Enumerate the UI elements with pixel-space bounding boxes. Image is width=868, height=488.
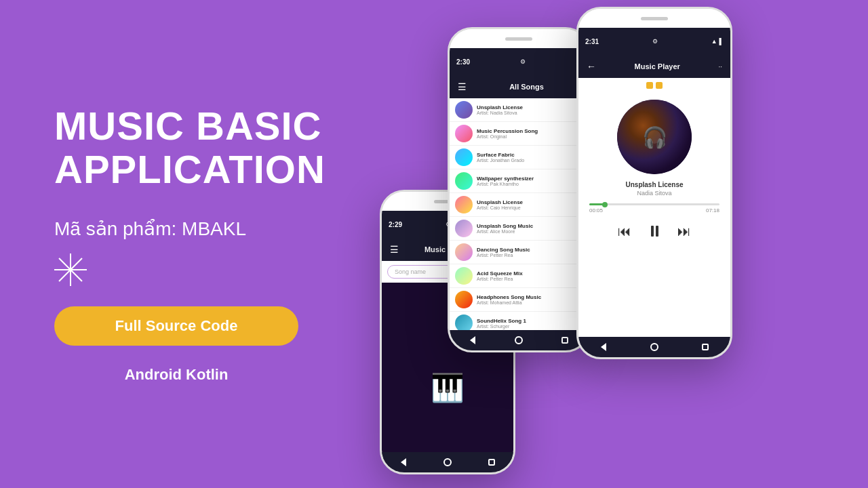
phone2-menu-icon[interactable]: ☰ <box>458 81 467 92</box>
song-artist-1: Artist: Nadia Sitova <box>477 110 583 115</box>
phone1-menu-icon[interactable]: ☰ <box>390 244 399 255</box>
phone2-home-btn[interactable] <box>513 335 524 346</box>
phone3-recent-btn[interactable] <box>700 342 711 352</box>
phone3-home-btn[interactable] <box>649 342 660 352</box>
song-name-7: Dancing Song Music <box>477 247 583 253</box>
phone1-recent-btn[interactable] <box>486 457 497 468</box>
song-info-6: Unsplash Song Music Artist: Alice Moore <box>477 223 583 234</box>
list-item[interactable]: Unsplash License Artist: Caio Henrique <box>450 193 588 217</box>
song-info-2: Music Percussion Song Artist: Original <box>477 128 583 139</box>
progress-dot <box>602 202 608 207</box>
full-source-code-button[interactable]: Full Source Code <box>54 306 298 346</box>
phone3-bottom-bar <box>578 337 730 357</box>
song-info-10: SoundHelix Song 1 Artist: Schurger <box>477 318 583 329</box>
phone3-controls: ⏮ ⏭ <box>578 220 730 242</box>
phone3-player-screen: Unsplash License Nadia Sitova 00:05 07:1… <box>578 78 730 356</box>
song-info-4: Wallpaper synthesizer Artist: Pak Khamth… <box>477 176 583 186</box>
song-name-4: Wallpaper synthesizer <box>477 176 583 182</box>
phone3-settings-icon: ⚙ <box>652 38 658 45</box>
pause-bar-2 <box>656 226 658 237</box>
pause-button[interactable] <box>644 220 665 242</box>
song-thumb-8 <box>455 267 473 285</box>
phone-2: 2:30 ⚙ ▲ ☰ All Songs Unsplash License Ar… <box>448 27 590 352</box>
sparkle-decoration <box>54 253 339 286</box>
phones-section: 2:29 ⚙ ▲ ▌ ☰ Music Basic Java Song name … <box>380 0 868 488</box>
song-thumb-4 <box>455 172 473 190</box>
list-item[interactable]: Dancing Song Music Artist: Petter Rea <box>450 241 588 264</box>
title-line1: MUSIC BASIC <box>54 104 321 148</box>
pause-icon <box>651 226 658 237</box>
song-artist-7: Artist: Petter Rea <box>477 253 583 258</box>
phone3-nav-bar: ← Music Player ·· <box>578 55 730 78</box>
progress-bar-bg <box>589 203 719 205</box>
phone2-nav-bar: ☰ All Songs <box>450 75 588 98</box>
song-name-10: SoundHelix Song 1 <box>477 318 583 324</box>
left-panel: MUSIC BASIC APPLICATION Mã sản phẩm: MBA… <box>0 64 380 425</box>
song-thumb-1 <box>455 101 473 119</box>
song-info-9: Headphones Song Music Artist: Mohamed At… <box>477 294 583 305</box>
indicator-2 <box>656 82 663 89</box>
list-item[interactable]: Unsplash License Artist: Nadia Sitova <box>450 98 588 122</box>
phone2-back-btn[interactable] <box>467 335 478 346</box>
total-time: 07:18 <box>706 207 719 214</box>
subtitle-label: Android Kotlin <box>54 366 298 384</box>
song-artist-4: Artist: Pak Khamtho <box>477 182 583 186</box>
pause-bar-1 <box>651 226 654 237</box>
phone3-progress[interactable]: 00:05 07:18 <box>589 203 719 214</box>
list-item[interactable]: Wallpaper synthesizer Artist: Pak Khamth… <box>450 169 588 193</box>
star-icon <box>54 253 87 286</box>
song-info-8: Acid Squeeze Mix Artist: Petter Rea <box>477 270 583 281</box>
phone1-home-btn[interactable] <box>442 457 453 468</box>
phone1-time: 2:29 <box>389 221 402 228</box>
phone3-signal-icon: ▌ <box>719 38 724 45</box>
song-thumb-9 <box>455 291 473 308</box>
phone3-status-icons: ▲ ▌ <box>711 38 724 45</box>
list-item[interactable]: Unsplash Song Music Artist: Alice Moore <box>450 217 588 241</box>
phone1-search-placeholder: Song name <box>395 268 426 275</box>
progress-times: 00:05 07:18 <box>589 207 719 214</box>
phone2-settings-icon: ⚙ <box>520 58 526 65</box>
song-artist-3: Artist: Jonathan Grado <box>477 158 583 163</box>
song-artist-10: Artist: Schurger <box>477 324 583 329</box>
phone3-status-bar: 2:31 ⚙ ▲ ▌ <box>578 28 730 55</box>
song-name-1: Unsplash License <box>477 104 583 110</box>
phone3-speaker <box>641 17 668 20</box>
list-item[interactable]: Surface Fabric Artist: Jonathan Grado <box>450 146 588 169</box>
song-info-5: Unsplash License Artist: Caio Henrique <box>477 199 583 210</box>
phone2-recent-btn[interactable] <box>559 335 570 346</box>
phone3-wifi-icon: ▲ <box>711 38 717 45</box>
phone3-song-title: Unsplash License <box>578 181 730 188</box>
phone3-time: 2:31 <box>585 38 599 45</box>
song-artist-9: Artist: Mohamed Attia <box>477 300 583 305</box>
current-time: 00:05 <box>589 207 603 214</box>
song-name-6: Unsplash Song Music <box>477 223 583 229</box>
song-artist-6: Artist: Alice Moore <box>477 229 583 234</box>
list-item[interactable]: Music Percussion Song Artist: Original <box>450 122 588 146</box>
phone2-status-bar: 2:30 ⚙ ▲ <box>450 48 588 75</box>
phone2-bottom-bar <box>450 330 588 350</box>
list-item[interactable]: Acid Squeeze Mix Artist: Petter Rea <box>450 264 588 288</box>
phone3-back-btn[interactable] <box>598 342 609 352</box>
phone3-back-icon[interactable]: ← <box>587 61 596 72</box>
phone2-notch <box>450 29 588 48</box>
phone3-notch <box>578 9 730 28</box>
song-thumb-7 <box>455 243 473 261</box>
song-name-3: Surface Fabric <box>477 152 583 158</box>
phone2-time: 2:30 <box>456 58 470 66</box>
song-artist-2: Artist: Original <box>477 134 583 139</box>
dj-deck-image <box>617 100 692 174</box>
title-line2: APPLICATION <box>54 147 326 191</box>
phone3-app-title: Music Player <box>603 62 711 70</box>
song-artist-5: Artist: Caio Henrique <box>477 205 583 210</box>
phone3-artist: Nadia Sitova <box>578 190 730 197</box>
phone1-bottom-bar <box>382 452 513 472</box>
list-item[interactable]: Headphones Song Music Artist: Mohamed At… <box>450 288 588 312</box>
phone2-song-list: Unsplash License Artist: Nadia Sitova Mu… <box>450 98 588 349</box>
phone3-album-art <box>617 100 692 174</box>
phone3-dots-icon: ·· <box>718 63 722 70</box>
skip-next-button[interactable]: ⏭ <box>677 224 691 239</box>
song-thumb-6 <box>455 220 473 237</box>
phone3-indicator <box>578 78 730 89</box>
skip-prev-button[interactable]: ⏮ <box>618 224 631 239</box>
phone1-back-btn[interactable] <box>398 457 409 468</box>
